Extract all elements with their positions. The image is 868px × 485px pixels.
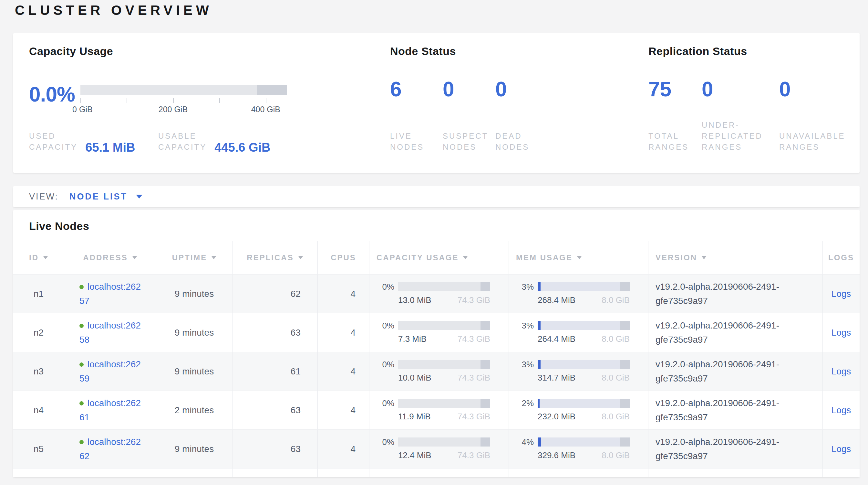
used-capacity-label: USED CAPACITY <box>29 131 78 152</box>
header-capacity-usage[interactable]: CAPACITY USAGE <box>369 241 508 274</box>
header-version[interactable]: VERSION <box>648 241 823 274</box>
capacity-usage-section: Capacity Usage 0.0% 0 GiB 200 GiB <box>29 45 381 152</box>
header-id[interactable]: ID <box>13 241 64 274</box>
axis-tick <box>219 98 220 103</box>
table-row: n4 localhost:26261 2 minutes 63 4 0% 11.… <box>13 391 860 429</box>
capacity-mini-bar <box>398 399 490 408</box>
address-link[interactable]: 62 <box>80 451 89 461</box>
logs-link[interactable]: Logs <box>832 366 851 377</box>
uptime-cell: 9 minutes <box>156 313 232 352</box>
logs-cell: Logs <box>823 313 860 352</box>
live-status-icon <box>80 440 84 444</box>
live-status-icon <box>80 324 84 328</box>
under-replicated-count: 0 <box>702 78 779 101</box>
axis-tick <box>173 98 174 103</box>
capacity-usage-cell: 0% 11.9 MiB74.3 GiB <box>369 391 508 429</box>
capacity-usage-cell: 0% 10.0 MiB74.3 GiB <box>369 352 508 391</box>
replicas-cell: 62 <box>232 275 317 313</box>
memory-mini-bar <box>538 437 630 447</box>
usable-capacity-stat: USABLE CAPACITY 445.6 GiB <box>158 131 270 152</box>
capacity-reserved-segment <box>257 85 287 95</box>
mem-usage-cell: 2% 232.0 MiB8.0 GiB <box>508 391 648 429</box>
capacity-usage-cell: 0% 12.4 MiB74.3 GiB <box>369 430 508 468</box>
usable-capacity-value: 445.6 GiB <box>214 141 270 154</box>
live-status-icon <box>80 363 84 367</box>
header-logs: LOGS <box>823 241 860 274</box>
suspect-nodes-count: 0 <box>443 78 495 101</box>
cluster-overview-page: CLUSTER OVERVIEW Capacity Usage 0.0% <box>0 0 868 485</box>
table-row: n3 localhost:26259 9 minutes 61 4 0% 10.… <box>13 352 860 391</box>
dead-nodes-count: 0 <box>495 78 548 101</box>
version-cell: v19.2.0-alpha.20190606-2491-gfe735c9a97 <box>648 430 823 468</box>
replicas-cell: 63 <box>232 391 317 429</box>
header-address[interactable]: ADDRESS <box>64 241 156 274</box>
capacity-usage-title: Capacity Usage <box>29 45 381 58</box>
address-link[interactable]: 57 <box>80 296 89 306</box>
address-link[interactable]: localhost:262 <box>88 398 141 408</box>
header-replicas[interactable]: REPLICAS <box>232 241 317 274</box>
live-nodes-title: Live Nodes <box>29 220 89 232</box>
replicas-cell: 63 <box>232 430 317 468</box>
address-link[interactable]: localhost:262 <box>88 282 141 292</box>
node-status-title: Node Status <box>390 45 642 58</box>
uptime-cell: 2 minutes <box>156 391 232 429</box>
node-status-section: Node Status 6 LIVE NODES 0 SUSPECT NODES <box>390 45 642 152</box>
address-link[interactable]: localhost:262 <box>88 359 141 369</box>
total-ranges-count: 75 <box>648 78 702 101</box>
view-dropdown[interactable]: NODE LIST <box>69 192 143 202</box>
replicas-cell: 63 <box>232 313 317 352</box>
chevron-down-icon <box>136 195 143 199</box>
total-ranges-label: TOTAL RANGES <box>648 120 702 152</box>
table-row-partial <box>13 468 860 477</box>
node-address-cell: localhost:26262 <box>64 430 156 468</box>
capacity-usage-cell: 0% 13.0 MiB74.3 GiB <box>369 275 508 313</box>
live-status-icon <box>80 401 84 405</box>
dead-nodes-label: DEAD NODES <box>495 120 548 152</box>
header-uptime[interactable]: UPTIME <box>156 241 232 274</box>
axis-tick <box>81 98 81 103</box>
cpus-cell: 4 <box>317 275 369 313</box>
live-status-icon <box>80 285 84 289</box>
used-capacity-stat: USED CAPACITY 65.1 MiB <box>29 131 158 152</box>
node-id-cell: n1 <box>13 275 64 313</box>
address-link[interactable]: 61 <box>80 412 89 422</box>
node-address-cell: localhost:26258 <box>64 313 156 352</box>
view-dropdown-value: NODE LIST <box>69 192 128 202</box>
address-link[interactable]: localhost:262 <box>88 320 141 331</box>
sort-desc-icon <box>298 256 303 259</box>
node-id-cell: n2 <box>13 313 64 352</box>
view-selector-bar: VIEW: NODE LIST <box>13 186 860 207</box>
version-cell: v19.2.0-alpha.20190606-2491-gfe735c9a97 <box>648 313 823 352</box>
logs-link[interactable]: Logs <box>832 444 851 454</box>
node-address-cell: localhost:26257 <box>64 275 156 313</box>
address-link[interactable]: 58 <box>80 335 89 345</box>
page-title: CLUSTER OVERVIEW <box>15 3 213 18</box>
under-replicated-label: UNDER- REPLICATED RANGES <box>702 120 779 152</box>
capacity-usage-chart: 0 GiB 200 GiB 400 GiB <box>81 85 287 116</box>
sort-desc-icon <box>702 256 707 259</box>
mem-usage-cell: 3% 314.7 MiB8.0 GiB <box>508 352 648 391</box>
live-nodes-table: ID ADDRESS UPTIME REPLICAS CPUS CAPACITY… <box>13 241 860 477</box>
capacity-usage-bar <box>81 85 287 95</box>
capacity-mini-bar <box>398 360 490 369</box>
logs-cell: Logs <box>823 391 860 429</box>
uptime-cell: 9 minutes <box>156 430 232 468</box>
mem-usage-cell: 3% 268.4 MiB8.0 GiB <box>508 275 648 313</box>
table-row: n2 localhost:26258 9 minutes 63 4 0% 7.3… <box>13 313 860 352</box>
logs-cell: Logs <box>823 275 860 313</box>
used-capacity-value: 65.1 MiB <box>85 141 135 154</box>
cpus-cell: 4 <box>317 391 369 429</box>
axis-label: 400 GiB <box>251 105 280 114</box>
suspect-nodes-label: SUSPECT NODES <box>443 120 495 152</box>
address-link[interactable]: localhost:262 <box>88 437 141 447</box>
capacity-mini-bar <box>398 282 490 291</box>
sort-desc-icon <box>132 256 137 259</box>
address-link[interactable]: 59 <box>80 373 89 383</box>
logs-link[interactable]: Logs <box>832 327 851 338</box>
sort-desc-icon <box>463 256 468 259</box>
logs-link[interactable]: Logs <box>832 289 851 299</box>
logs-link[interactable]: Logs <box>832 405 851 416</box>
capacity-usage-cell: 0% 7.3 MiB74.3 GiB <box>369 313 508 352</box>
capacity-mini-bar <box>398 321 490 330</box>
header-mem-usage[interactable]: MEM USAGE <box>508 241 648 274</box>
